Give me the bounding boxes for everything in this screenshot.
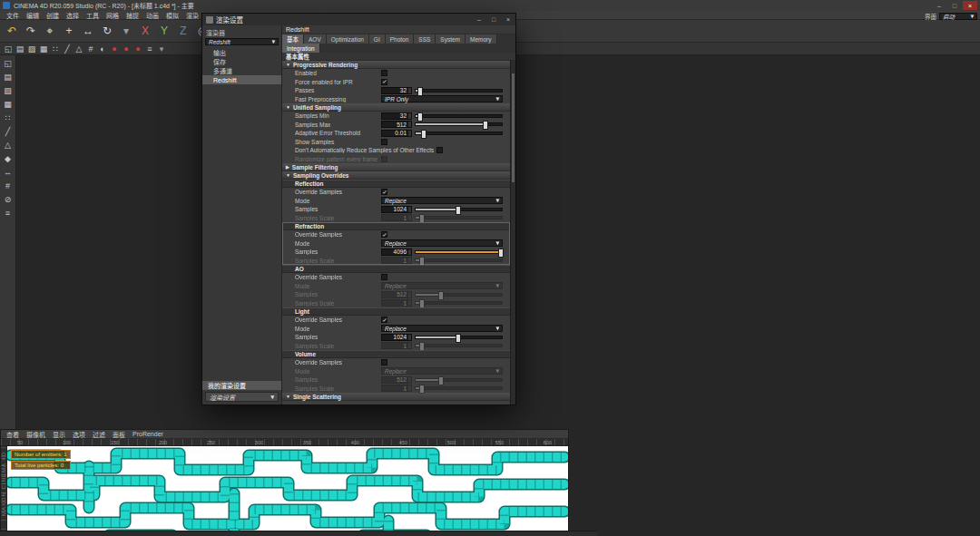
active-preset-item[interactable]: 我的渲染设置 — [202, 381, 281, 390]
force-ipr-checkbox[interactable]: ✓ — [381, 79, 387, 85]
redshift-tab[interactable]: System — [436, 34, 466, 44]
menu-item[interactable]: 面板 — [109, 430, 129, 439]
samples-slider[interactable] — [415, 293, 503, 297]
viewport-solo-icon[interactable]: ◐ — [97, 44, 108, 54]
menu-item[interactable]: 过滤 — [89, 430, 109, 439]
samples-scale-slider[interactable] — [415, 344, 503, 347]
menu-item[interactable]: 编辑 — [23, 11, 43, 20]
redshift-tab[interactable]: 基本 — [282, 34, 304, 44]
menu-item[interactable]: 捕捉 — [122, 11, 142, 20]
polygons-mode-icon[interactable]: △ — [74, 44, 84, 54]
samples-scale-field[interactable]: 1 — [381, 299, 412, 307]
hud-line-2[interactable]: Total live particles: 0 — [11, 461, 71, 470]
more-tools-icon[interactable]: ▾ — [156, 44, 167, 54]
override-samples-checkbox[interactable]: ✓ — [381, 231, 387, 238]
lock-x-icon[interactable]: X — [136, 22, 154, 40]
override-samples-checkbox[interactable]: ✓ — [381, 189, 387, 195]
menu-item[interactable]: 摄像机 — [23, 430, 49, 439]
samples-min-field[interactable]: 32 — [381, 112, 412, 120]
passes-field[interactable]: 32 — [381, 87, 412, 94]
snap-icon[interactable]: # — [2, 180, 14, 191]
scrollbar-thumb[interactable] — [512, 73, 514, 182]
menu-item[interactable]: 选项 — [69, 430, 89, 439]
redshift-ipr-icon[interactable]: ● — [109, 44, 120, 54]
samples-field[interactable]: 1024 — [381, 334, 412, 341]
redshift-tab[interactable]: Memory — [466, 34, 496, 44]
samples-scale-field[interactable]: 1 — [381, 385, 412, 392]
points-mode-icon[interactable]: ∷ — [50, 44, 61, 54]
dialog-minimize-button[interactable]: – — [472, 15, 486, 24]
redshift-tab[interactable]: SSS — [414, 34, 436, 44]
edges-mode-icon[interactable]: ╱ — [2, 125, 14, 137]
live-selection-icon[interactable]: ⌖ — [41, 22, 59, 40]
menu-item[interactable]: 网格 — [103, 11, 122, 20]
last-tool-dropdown-icon[interactable]: ▾ — [117, 22, 135, 40]
override-samples-checkbox[interactable] — [381, 359, 387, 365]
dialog-close-button[interactable]: × — [501, 15, 515, 24]
redo-icon[interactable]: ↷ — [22, 22, 40, 40]
layout-dropdown[interactable]: 启动▾ — [939, 13, 977, 20]
menu-item[interactable]: ProRender — [129, 431, 167, 437]
model-mode-icon[interactable]: ▤ — [15, 44, 25, 54]
lock-y-icon[interactable]: Y — [155, 22, 173, 40]
menu-item[interactable]: 查看 — [3, 430, 23, 439]
viewport-solo-icon[interactable]: ↔ — [2, 166, 14, 178]
render-settings-preset-button[interactable]: 渲染设置▾ — [205, 392, 279, 402]
randomize-pattern-checkbox[interactable] — [381, 156, 387, 162]
samples-scale-field[interactable]: 1 — [381, 342, 412, 349]
undo-icon[interactable]: ↶ — [3, 22, 21, 40]
passes-slider[interactable] — [415, 89, 503, 93]
scale-tool-icon[interactable]: ↔ — [79, 22, 97, 40]
dialog-titlebar[interactable]: 渲染设置 – □ × — [202, 14, 515, 25]
mode-dropdown[interactable]: Replace▾ — [381, 239, 503, 247]
menu-item[interactable]: 渲染 — [182, 11, 202, 20]
samples-scale-slider[interactable] — [415, 258, 503, 262]
samples-field[interactable]: 1024 — [381, 206, 412, 213]
redshift-tab[interactable]: GI — [369, 34, 386, 44]
dont-reduce-samples-checkbox[interactable] — [436, 147, 443, 153]
hud-line-1[interactable]: Number of emitters: 1 — [11, 450, 71, 459]
axis-mode-icon[interactable]: ◆ — [2, 152, 14, 164]
show-samples-checkbox[interactable] — [381, 139, 387, 145]
viewport-canvas[interactable]: Number of emitters: 1 Total live particl… — [7, 446, 568, 536]
enabled-checkbox[interactable] — [381, 70, 387, 76]
menu-item[interactable]: 模拟 — [162, 11, 182, 20]
adaptive-error-field[interactable]: 0.01 — [381, 130, 412, 137]
move-tool-icon[interactable]: + — [60, 22, 78, 40]
settings-tree-item[interactable]: 保存 — [202, 57, 281, 66]
maximize-button[interactable]: □ — [947, 1, 962, 10]
texture-mode-icon[interactable]: ▨ — [26, 44, 37, 54]
samples-field[interactable]: 512 — [381, 291, 412, 298]
menu-item[interactable]: 显示 — [49, 430, 69, 439]
samples-scale-field[interactable]: 1 — [381, 214, 412, 221]
override-samples-checkbox[interactable]: ✓ — [381, 317, 387, 323]
redshift-settings-icon[interactable]: ● — [132, 44, 143, 54]
menu-item[interactable]: 创建 — [43, 11, 63, 20]
mode-dropdown[interactable]: Replace▾ — [381, 367, 503, 375]
menu-item[interactable]: 选择 — [63, 11, 83, 20]
samples-field[interactable]: 512 — [381, 376, 412, 384]
render-settings-dialog[interactable]: 渲染设置 – □ × 渲染器 Redshift▾ 输出 保存 多通道 Redsh… — [201, 13, 516, 405]
samples-slider[interactable] — [415, 208, 503, 211]
unified-sampling-group[interactable]: ▼Unified Sampling — [282, 103, 510, 112]
sample-filtering-group[interactable]: ▶Sample Filtering — [282, 163, 510, 171]
menu-item[interactable]: 文件 — [3, 11, 23, 20]
samples-scale-field[interactable]: 1 — [381, 257, 412, 264]
make-editable-icon[interactable]: ◱ — [3, 44, 14, 54]
workplane-icon[interactable]: ▦ — [38, 44, 49, 54]
texture-mode-icon[interactable]: ▨ — [2, 84, 14, 96]
lock-axis-icon[interactable]: ⊘ — [2, 193, 14, 205]
samples-max-field[interactable]: 512 — [381, 121, 412, 128]
points-mode-icon[interactable]: ∷ — [2, 112, 14, 123]
sampling-overrides-group[interactable]: ▼Sampling Overrides — [282, 171, 510, 180]
workplane-mode-icon[interactable]: ▦ — [2, 98, 14, 110]
override-samples-checkbox[interactable] — [381, 274, 387, 280]
redshift-tab[interactable]: AOV — [304, 34, 327, 44]
dialog-maximize-button[interactable]: □ — [486, 15, 501, 24]
samples-min-slider[interactable] — [415, 114, 503, 118]
viewport-panel[interactable]: 查看 摄像机 显示 选项 过滤 面板 ProRender 50 100 150 … — [0, 429, 569, 536]
settings-tree-item[interactable]: 输出 — [202, 48, 281, 57]
redshift-tab[interactable]: Optimization — [327, 34, 369, 44]
menu-item[interactable]: 工具 — [83, 11, 103, 20]
samples-scale-slider[interactable] — [415, 216, 503, 219]
